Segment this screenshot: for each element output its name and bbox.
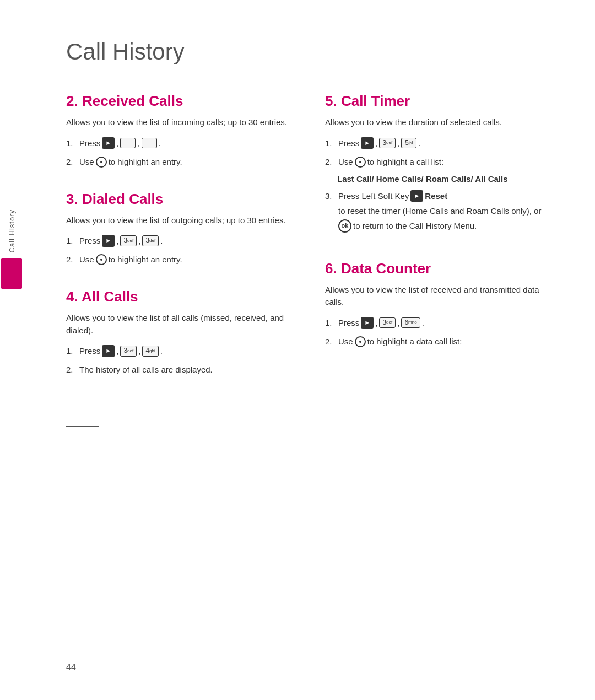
step-number: 2. <box>66 363 77 376</box>
right-column: 5. Call Timer Allows you to view the dur… <box>325 93 551 438</box>
step-number: 2. <box>66 155 77 169</box>
nav-icon <box>355 157 366 168</box>
left-column: 2. Received Calls Allows you to view the… <box>66 93 292 438</box>
phone-icon: ► <box>361 317 374 329</box>
step-content: Press ► , 3def , 3def . <box>79 234 163 247</box>
step-number: 2. <box>325 335 336 348</box>
received-calls-step2: 2. Use to highlight an entry. <box>66 155 292 169</box>
all-calls-step1: 1. Press ► , 3def , 4ghi . <box>66 344 292 358</box>
bottom-area <box>66 382 292 438</box>
phone-icon: ► <box>102 345 115 357</box>
section-received-calls: 2. Received Calls Allows you to view the… <box>66 93 292 174</box>
ok-icon: ok <box>338 219 351 233</box>
data-counter-step2: 2. Use to highlight a data call list: <box>325 335 551 348</box>
step-number: 3. <box>325 190 336 203</box>
all-calls-heading: 4. All Calls <box>66 288 292 305</box>
step-number: 1. <box>66 234 77 247</box>
step-number: 2. <box>325 155 336 169</box>
phone-icon: ► <box>102 235 115 247</box>
page-content: Call History 2. Received Calls Allows yo… <box>0 0 595 700</box>
nav-icon <box>355 336 366 347</box>
call-timer-step3: 3. Press Left Soft Key ► Reset to reset … <box>325 190 551 233</box>
dialed-calls-step2: 2. Use to highlight an entry. <box>66 253 292 266</box>
all-calls-step2: 2. The history of all calls are displaye… <box>66 363 292 376</box>
received-calls-heading: 2. Received Calls <box>66 93 292 110</box>
step-number: 1. <box>325 137 336 150</box>
call-list-text: Last Call/ Home Calls/ Roam Calls/ All C… <box>337 174 508 184</box>
key-btn: 3def <box>379 138 396 149</box>
step-content: Use to highlight an entry. <box>79 253 182 266</box>
step-number: 2. <box>66 253 77 266</box>
key-btn: 4ghi <box>142 346 158 357</box>
nav-icon <box>96 254 107 265</box>
phone-icon: ► <box>102 137 115 149</box>
key-btn: 3def <box>142 235 159 246</box>
key-btn: 3def <box>120 346 137 357</box>
key-btn: 5jkl <box>401 138 416 149</box>
call-timer-heading: 5. Call Timer <box>325 93 551 110</box>
step-content: The history of all calls are displayed. <box>79 363 213 376</box>
step-content: Use to highlight a data call list: <box>338 335 462 348</box>
phone-icon: ► <box>361 137 374 149</box>
key-btn: 3def <box>120 235 137 246</box>
phone-icon: ► <box>410 190 423 202</box>
key-btn: 3def <box>379 317 396 329</box>
step-content: Press ► , 3def , 5jkl . <box>338 137 421 150</box>
columns-layout: 2. Received Calls Allows you to view the… <box>66 93 551 438</box>
reset-label: Reset <box>425 190 447 203</box>
step-content: Press ► , , . <box>79 137 161 150</box>
call-timer-step1: 1. Press ► , 3def , 5jkl . <box>325 137 551 150</box>
dialed-calls-description: Allows you to view the list of outgoing … <box>66 214 292 227</box>
call-list-label: Last Call/ Home Calls/ Roam Calls/ All C… <box>337 174 551 184</box>
step-number: 1. <box>325 316 336 330</box>
section-all-calls: 4. All Calls Allows you to view the list… <box>66 288 292 382</box>
dialed-calls-step1: 1. Press ► , 3def , 3def . <box>66 234 292 247</box>
step-number: 1. <box>66 137 77 150</box>
section-dialed-calls: 3. Dialed Calls Allows you to view the l… <box>66 191 292 272</box>
step-content: Press ► , 3def , 4ghi . <box>79 344 163 358</box>
key-btn <box>120 138 136 149</box>
data-counter-description: Allows you to view the list of received … <box>325 284 551 309</box>
received-calls-step1: 1. Press ► , , . <box>66 137 292 150</box>
divider <box>66 426 99 427</box>
step-number: 1. <box>66 344 77 358</box>
page-title: Call History <box>66 39 551 65</box>
key-btn: 6mno <box>401 317 420 329</box>
step-content: Press Left Soft Key ► Reset to reset the… <box>338 190 551 233</box>
step-content: Use to highlight an entry. <box>79 155 182 169</box>
step-content: Use to highlight a call list: <box>338 155 443 169</box>
dialed-calls-heading: 3. Dialed Calls <box>66 191 292 208</box>
section-data-counter: 6. Data Counter Allows you to view the l… <box>325 260 551 354</box>
data-counter-heading: 6. Data Counter <box>325 260 551 277</box>
key-btn <box>142 138 157 149</box>
page-number: 44 <box>66 663 76 672</box>
all-calls-description: Allows you to view the list of all calls… <box>66 312 292 337</box>
data-counter-step1: 1. Press ► , 3def , 6mno . <box>325 316 551 330</box>
step-content: Press ► , 3def , 6mno . <box>338 316 424 330</box>
section-call-timer: 5. Call Timer Allows you to view the dur… <box>325 93 551 238</box>
call-timer-description: Allows you to view the duration of selec… <box>325 116 551 129</box>
received-calls-description: Allows you to view the list of incoming … <box>66 116 292 129</box>
nav-icon <box>96 157 107 168</box>
call-timer-step2: 2. Use to highlight a call list: <box>325 155 551 169</box>
